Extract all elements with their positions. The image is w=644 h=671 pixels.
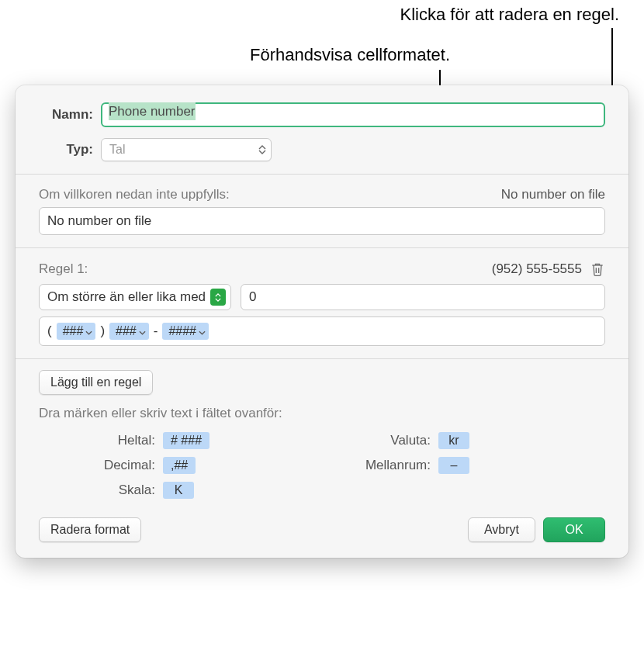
drag-hint: Dra märken eller skriv text i fältet ova… [39,406,605,421]
name-input-value: Phone number [109,102,196,120]
literal-open-paren: ( [47,323,52,339]
integer-chip[interactable]: # ### [163,432,209,449]
scale-chip[interactable]: K [163,482,194,499]
fallback-preview: No number on file [501,187,605,202]
cancel-button[interactable]: Avbryt [468,517,535,542]
rule1-condition-select[interactable]: Om större än eller lika med [39,284,231,310]
format-token[interactable]: ### [109,323,149,340]
type-label: Typ: [39,142,101,157]
literal-dash: - [154,323,158,339]
fallback-value-input[interactable] [39,207,605,235]
name-label: Namn: [39,107,101,123]
decimal-chip[interactable]: ,## [163,457,196,474]
rule1-heading: Regel 1: [39,261,88,277]
chevron-down-icon [139,324,146,338]
decimal-label: Decimal: [70,458,155,473]
currency-chip[interactable]: kr [438,432,469,449]
callout-preview-format: Förhandsvisa cellformatet. [250,45,450,65]
rule1-preview: (952) 555-5555 [492,261,582,277]
literal-close-paren: ) [100,323,105,339]
chevron-down-icon [199,324,206,338]
type-select[interactable]: Tal [101,138,272,161]
space-label: Mellanrum: [345,458,431,473]
currency-label: Valuta: [345,433,431,448]
chevron-updown-icon [210,289,226,306]
rule1-compare-input[interactable] [241,284,605,310]
chevron-updown-icon [258,145,266,154]
delete-format-button[interactable]: Radera format [39,517,141,542]
rule1-format-field[interactable]: ( ### ) ### - #### [39,316,605,346]
format-token[interactable]: ### [57,323,96,340]
ok-button[interactable]: OK [543,517,605,542]
trash-icon[interactable] [590,261,605,278]
type-select-value: Tal [109,143,125,157]
chevron-down-icon [85,324,92,338]
format-token[interactable]: #### [162,323,209,340]
name-input[interactable]: Phone number [101,102,605,127]
space-chip[interactable]: – [438,457,469,474]
token-gallery: Heltal: # ### Valuta: kr Decimal: ,## Me… [39,432,605,499]
rule1-condition-value: Om större än eller lika med [47,289,206,305]
custom-format-dialog: Namn: Phone number Typ: Tal Om villkoren… [16,85,628,558]
scale-label: Skala: [70,482,155,498]
integer-label: Heltal: [70,433,155,448]
add-rule-button[interactable]: Lägg till en regel [39,370,153,395]
callout-delete-rule: Klicka för att radera en regel. [400,5,619,25]
fallback-heading: Om villkoren nedan inte uppfylls: [39,187,230,202]
